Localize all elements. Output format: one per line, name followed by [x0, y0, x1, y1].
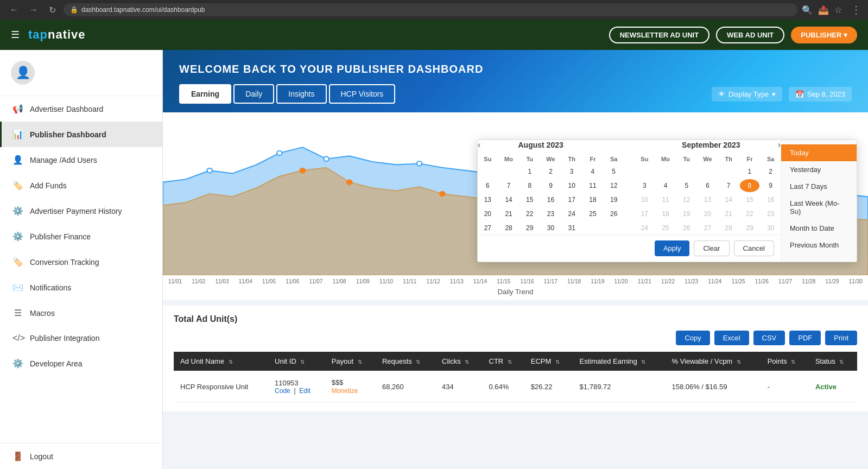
aug-day-31[interactable]: 31	[562, 221, 582, 234]
col-unit-id[interactable]: Unit ID ⇅	[268, 352, 325, 371]
edit-link[interactable]: Edit	[299, 387, 311, 395]
aug-day-5[interactable]: 5	[604, 165, 624, 178]
sep-day-9[interactable]: 9	[761, 179, 781, 192]
col-points[interactable]: Points ⇅	[761, 352, 809, 371]
aug-day-9[interactable]: 9	[541, 179, 561, 192]
excel-button[interactable]: Excel	[714, 331, 749, 345]
col-status[interactable]: Status ⇅	[809, 352, 857, 371]
publisher-button[interactable]: PUBLISHER ▾	[791, 27, 857, 43]
aug-day-7[interactable]: 7	[499, 179, 519, 192]
newsletter-ad-unit-button[interactable]: NEWSLETTER AD UNIT	[609, 27, 709, 43]
col-clicks[interactable]: Clicks ⇅	[435, 352, 482, 371]
sep-day-13[interactable]: 13	[698, 193, 718, 206]
sep-day-3[interactable]: 3	[635, 179, 655, 192]
tab-daily[interactable]: Daily	[233, 84, 274, 104]
display-type-button[interactable]: 👁 Display Type ▾	[712, 87, 782, 102]
sidebar-item-notifications[interactable]: ✉️ Notifications	[0, 275, 162, 300]
sidebar-item-macros[interactable]: ☰ Macros	[0, 300, 162, 326]
aug-day-19[interactable]: 19	[604, 193, 624, 206]
back-button[interactable]: ←	[7, 4, 22, 16]
sep-day-29[interactable]: 29	[740, 221, 760, 234]
col-requests[interactable]: Requests ⇅	[376, 352, 435, 371]
sep-day-7[interactable]: 7	[719, 179, 739, 192]
calendar-apply-button[interactable]: Apply	[655, 240, 690, 256]
col-ctr[interactable]: CTR ⇅	[483, 352, 524, 371]
sidebar-item-manage-users[interactable]: 👤 Manage /Add Users	[0, 147, 162, 173]
sep-day-17[interactable]: 17	[635, 207, 655, 220]
share-icon[interactable]: 📤	[818, 5, 829, 15]
aug-day-12[interactable]: 12	[604, 179, 624, 192]
sep-day-16[interactable]: 16	[761, 193, 781, 206]
hamburger-icon[interactable]: ☰	[11, 29, 20, 41]
sep-day-25[interactable]: 25	[656, 221, 676, 234]
forward-button[interactable]: →	[26, 4, 41, 16]
sep-day-27[interactable]: 27	[698, 221, 718, 234]
aug-day-16[interactable]: 16	[541, 193, 561, 206]
shortcut-today[interactable]: Today	[781, 144, 857, 161]
tab-insights[interactable]: Insights	[276, 84, 326, 104]
sep-day-24[interactable]: 24	[635, 221, 655, 234]
col-estimated-earning[interactable]: Estimated Earning ⇅	[573, 352, 666, 371]
aug-day-30[interactable]: 30	[541, 221, 561, 234]
sep-day-22[interactable]: 22	[740, 207, 760, 220]
code-link[interactable]: Code	[275, 387, 290, 395]
aug-day-17[interactable]: 17	[562, 193, 582, 206]
aug-day-6[interactable]: 6	[478, 179, 498, 192]
print-button[interactable]: Print	[825, 331, 857, 345]
monetize-link[interactable]: Monetize	[332, 387, 358, 395]
browser-menu-icon[interactable]: ⋮	[851, 3, 861, 16]
sep-day-18[interactable]: 18	[656, 207, 676, 220]
aug-day-21[interactable]: 21	[499, 207, 519, 220]
shortcut-previousmonth[interactable]: Previous Month	[781, 237, 857, 253]
csv-button[interactable]: CSV	[753, 331, 785, 345]
aug-day-25[interactable]: 25	[583, 207, 603, 220]
sep-day-12[interactable]: 12	[676, 193, 696, 206]
shortcut-monthtodate[interactable]: Month to Date	[781, 220, 857, 237]
aug-day-2[interactable]: 2	[541, 165, 561, 178]
sidebar-item-conversion-tracking[interactable]: 🏷️ Conversion Tracking	[0, 249, 162, 275]
sep-day-21[interactable]: 21	[719, 207, 739, 220]
calendar-clear-button[interactable]: Clear	[694, 240, 729, 256]
sidebar-item-logout[interactable]: 🚪 Logout	[0, 443, 162, 469]
aug-day-8[interactable]: 8	[519, 179, 540, 192]
sidebar-item-publisher-dashboard[interactable]: 📊 Publisher Dashboard	[0, 122, 162, 147]
sidebar-item-add-funds[interactable]: 🏷️ Add Funds	[0, 173, 162, 198]
aug-day-4[interactable]: 4	[583, 165, 603, 178]
aug-day-27[interactable]: 27	[478, 221, 498, 234]
aug-day-10[interactable]: 10	[562, 179, 582, 192]
reload-button[interactable]: ↻	[46, 4, 59, 16]
shortcut-lastweek[interactable]: Last Week (Mo-Su)	[781, 195, 857, 220]
sep-day-30[interactable]: 30	[761, 221, 781, 234]
copy-button[interactable]: Copy	[676, 331, 709, 345]
aug-day-15[interactable]: 15	[519, 193, 540, 206]
sep-day-11[interactable]: 11	[656, 193, 676, 206]
web-ad-unit-button[interactable]: WEB AD UNIT	[716, 27, 784, 43]
aug-day-20[interactable]: 20	[478, 207, 498, 220]
sidebar-item-publisher-integration[interactable]: </> Publisher Integration	[0, 326, 162, 351]
aug-day-26[interactable]: 26	[604, 207, 624, 220]
aug-day-28[interactable]: 28	[499, 221, 519, 234]
aug-day-24[interactable]: 24	[562, 207, 582, 220]
col-viewable[interactable]: % Viewable / Vcpm ⇅	[665, 352, 761, 371]
sep-day-20[interactable]: 20	[698, 207, 718, 220]
sep-day-10[interactable]: 10	[635, 193, 655, 206]
aug-day-13[interactable]: 13	[478, 193, 498, 206]
aug-day-18[interactable]: 18	[583, 193, 603, 206]
tab-hcp-visitors[interactable]: HCP Visitors	[329, 84, 396, 104]
col-payout[interactable]: Payout ⇅	[325, 352, 376, 371]
sep-day-26[interactable]: 26	[676, 221, 696, 234]
sep-day-1[interactable]: 1	[740, 165, 760, 178]
aug-day-29[interactable]: 29	[519, 221, 540, 234]
sep-day-4[interactable]: 4	[656, 179, 676, 192]
sep-day-8[interactable]: 8	[740, 179, 760, 192]
calendar-cancel-button[interactable]: Cancel	[734, 240, 774, 256]
url-bar[interactable]: 🔒 dashboard.tapnative.com/ui/dashboardpu…	[64, 3, 797, 16]
aug-day-3[interactable]: 3	[562, 165, 582, 178]
sep-day-14[interactable]: 14	[719, 193, 739, 206]
sep-day-15[interactable]: 15	[740, 193, 760, 206]
sidebar-item-advertiser-payment[interactable]: ⚙️ Advertiser Payment History	[0, 198, 162, 224]
bookmark-icon[interactable]: ☆	[834, 5, 842, 15]
search-browser-icon[interactable]: 🔍	[802, 5, 813, 15]
date-button[interactable]: 📅 Sep 8, 2023	[789, 87, 852, 102]
aug-day-22[interactable]: 22	[519, 207, 540, 220]
